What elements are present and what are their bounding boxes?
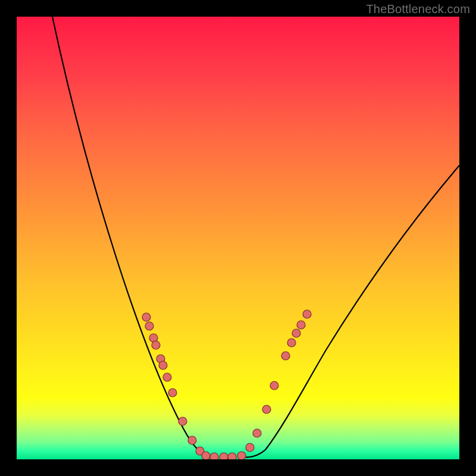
dots-right-group — [220, 310, 311, 459]
data-dot — [202, 452, 210, 459]
data-dot — [210, 453, 218, 459]
data-dot — [159, 361, 167, 369]
data-dot — [237, 452, 246, 459]
data-dot — [270, 381, 278, 390]
data-dot — [152, 341, 160, 349]
right-curve — [238, 165, 459, 458]
data-dot — [287, 339, 296, 347]
dots-left-group — [142, 313, 218, 459]
data-dot — [178, 417, 187, 425]
data-dot — [168, 389, 177, 397]
watermark-text: TheBottleneck.com — [366, 2, 470, 16]
data-dot — [145, 322, 154, 330]
data-dot — [163, 373, 171, 381]
data-dot — [220, 453, 228, 459]
curve-overlay — [17, 17, 459, 459]
data-dot — [253, 429, 261, 437]
data-dot — [262, 405, 271, 414]
data-dot — [297, 321, 305, 329]
data-dot — [281, 352, 290, 360]
data-dot — [292, 329, 300, 337]
data-dot — [303, 310, 311, 318]
data-dot — [246, 443, 254, 452]
data-dot — [228, 453, 236, 459]
left-curve — [52, 17, 213, 457]
chart-frame — [17, 17, 459, 459]
data-dot — [142, 313, 151, 321]
data-dot — [188, 436, 196, 444]
